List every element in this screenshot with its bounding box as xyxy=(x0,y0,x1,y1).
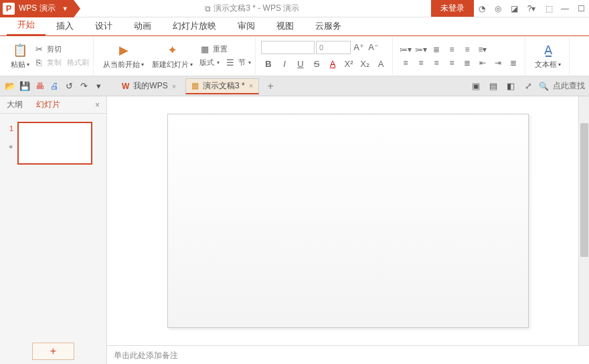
group-paragraph: ≔▾ ≔▾ ≣ ≡ ≡ ≡▾ ≡ ≡ ≡ ≡ ≣ ⇤ ⇥ ≣ xyxy=(394,37,525,74)
search-icon[interactable]: 🔍 xyxy=(539,82,549,91)
tab-view[interactable]: 视图 xyxy=(266,17,305,35)
maximize-icon[interactable]: ☐ xyxy=(573,0,589,17)
grow-font-button[interactable]: A⁺ xyxy=(352,41,365,54)
indent-button[interactable]: ⇥ xyxy=(491,56,505,70)
slide-thumbnail[interactable] xyxy=(17,122,92,165)
print-button[interactable]: 🖶 xyxy=(32,79,47,94)
search-text[interactable]: 点此查找 xyxy=(553,80,585,92)
align-center-button[interactable]: ≡ xyxy=(414,56,428,70)
login-button[interactable]: 未登录 xyxy=(431,0,474,17)
wps-icon: W xyxy=(122,82,129,91)
qat-more-button[interactable]: ▾ xyxy=(91,79,106,94)
textbox-button[interactable]: A̲ 文本框▾ xyxy=(531,42,565,70)
superscript-button[interactable]: X² xyxy=(341,57,356,72)
caret-down-icon: ▾ xyxy=(141,62,144,68)
notes-pane[interactable]: 单击此处添加备注 xyxy=(107,345,589,364)
bullets-button[interactable]: ≔▾ xyxy=(398,43,413,56)
window-title: ⧉ 演示文稿3 * - WPS 演示 xyxy=(74,3,431,14)
scrollbar-thumb[interactable] xyxy=(580,123,588,257)
new-slide-button[interactable]: ✦ 新建幻灯片▾ xyxy=(148,42,197,70)
print-preview-button[interactable]: 🖨 xyxy=(47,79,62,94)
view-icon-3[interactable]: ◧ xyxy=(504,79,517,94)
bold-button[interactable]: B xyxy=(261,57,276,72)
from-current-button[interactable]: ▶ 从当前开始▾ xyxy=(99,42,148,70)
paste-button[interactable]: 📋 粘贴▾ xyxy=(7,42,33,70)
text-dir-button[interactable]: ≡▾ xyxy=(475,43,490,56)
shrink-font-button[interactable]: A⁻ xyxy=(367,41,380,54)
doc-tab-mywps[interactable]: W 我的WPS × xyxy=(116,78,181,94)
app-menu[interactable]: P WPS 演示 ▼ xyxy=(0,0,74,17)
columns-button[interactable]: ≣ xyxy=(506,56,521,70)
subscript-button[interactable]: X₂ xyxy=(357,57,372,72)
indent-dec-button[interactable]: ≣ xyxy=(429,43,444,56)
sidebar-close-button[interactable]: × xyxy=(88,100,106,110)
group-clipboard: 📋 粘贴▾ ✂剪切 ⎘复制格式刷 xyxy=(3,37,94,74)
new-slide-label: 新建幻灯片 xyxy=(152,60,189,70)
skin-icon[interactable]: ◔ xyxy=(474,0,490,17)
font-color-button[interactable]: A xyxy=(325,57,340,72)
section-dropdown[interactable]: 节▾ xyxy=(238,57,251,69)
tab-design[interactable]: 设计 xyxy=(84,17,123,35)
textbox-icon: A̲ xyxy=(540,42,556,58)
ribbon-toggle-icon[interactable]: ⬚ xyxy=(541,0,557,17)
font-name-input[interactable] xyxy=(261,41,315,54)
slide-canvas[interactable] xyxy=(167,114,529,328)
minimize-icon[interactable]: — xyxy=(557,0,573,17)
outdent-button[interactable]: ⇤ xyxy=(475,56,490,70)
title-text: 演示文稿3 * - WPS 演示 xyxy=(214,3,299,14)
open-button[interactable]: 📂 xyxy=(3,79,17,94)
copy-label: 复制 xyxy=(47,58,62,68)
undo-button[interactable]: ↺ xyxy=(62,79,76,94)
strike-button[interactable]: S xyxy=(309,57,324,72)
align-justify-button[interactable]: ≡ xyxy=(444,56,459,70)
align-right-button[interactable]: ≡ xyxy=(429,56,444,70)
section-row: 版式▾ ☰ 节▾ xyxy=(199,57,251,69)
tab-start[interactable]: 开始 xyxy=(7,15,46,35)
canvas-area: 单击此处添加备注 xyxy=(107,96,589,364)
cut-button[interactable]: ✂剪切 xyxy=(33,43,89,56)
doc-icon: ⧉ xyxy=(205,4,211,13)
format-painter-label[interactable]: 格式刷 xyxy=(67,58,89,68)
distribute-button[interactable]: ≣ xyxy=(460,56,475,70)
view-icon-4[interactable]: ⤢ xyxy=(521,79,535,94)
caret-down-icon: ▾ xyxy=(558,62,561,68)
caret-down-icon: ▾ xyxy=(217,60,220,66)
align-left-button[interactable]: ≡ xyxy=(398,56,413,70)
app-name: WPS 演示 xyxy=(19,3,56,14)
doc-tab-presentation[interactable]: ▦ 演示文稿3 * × xyxy=(185,78,259,94)
sync-icon[interactable]: ◎ xyxy=(490,0,506,17)
vertical-scrollbar[interactable] xyxy=(578,96,589,345)
layout-dropdown[interactable]: 版式▾ xyxy=(199,57,220,69)
thumbnail-item[interactable]: 1 ✶ xyxy=(0,120,106,166)
underline-button[interactable]: U xyxy=(293,57,308,72)
sidebar-tab-slides[interactable]: 幻灯片 xyxy=(29,99,67,110)
section-label: 节 xyxy=(238,58,246,68)
doc-tab-label: 演示文稿3 * xyxy=(203,80,245,92)
redo-button[interactable]: ↷ xyxy=(76,79,91,94)
numbering-button[interactable]: ≔▾ xyxy=(414,43,428,56)
indent-inc-button[interactable]: ≡ xyxy=(444,43,459,56)
font-size-input[interactable]: 0 xyxy=(316,41,351,54)
clear-format-button[interactable]: A xyxy=(373,57,388,72)
add-slide-button[interactable]: + xyxy=(32,343,74,360)
tab-cloud[interactable]: 云服务 xyxy=(305,17,352,35)
sidebar-tab-outline[interactable]: 大纲 xyxy=(0,99,29,110)
view-icon-1[interactable]: ▣ xyxy=(469,79,483,94)
canvas-viewport[interactable] xyxy=(107,96,589,345)
view-icon-2[interactable]: ▤ xyxy=(487,79,500,94)
addon-icon[interactable]: ◪ xyxy=(506,0,522,17)
add-tab-button[interactable]: + xyxy=(263,79,278,94)
copy-icon: ⎘ xyxy=(33,58,44,68)
save-button[interactable]: 💾 xyxy=(17,79,32,94)
copy-button[interactable]: ⎘复制格式刷 xyxy=(33,57,89,69)
layout-button[interactable]: ▦重置 xyxy=(199,43,251,56)
line-spacing-button[interactable]: ≡ xyxy=(460,43,475,56)
help-icon[interactable]: ?▾ xyxy=(522,0,541,17)
tab-review[interactable]: 审阅 xyxy=(227,17,266,35)
close-icon[interactable]: × xyxy=(249,82,253,90)
tab-slideshow[interactable]: 幻灯片放映 xyxy=(162,17,227,35)
tab-insert[interactable]: 插入 xyxy=(46,17,84,35)
tab-animation[interactable]: 动画 xyxy=(123,17,162,35)
italic-button[interactable]: I xyxy=(277,57,292,72)
close-icon[interactable]: × xyxy=(172,82,176,90)
